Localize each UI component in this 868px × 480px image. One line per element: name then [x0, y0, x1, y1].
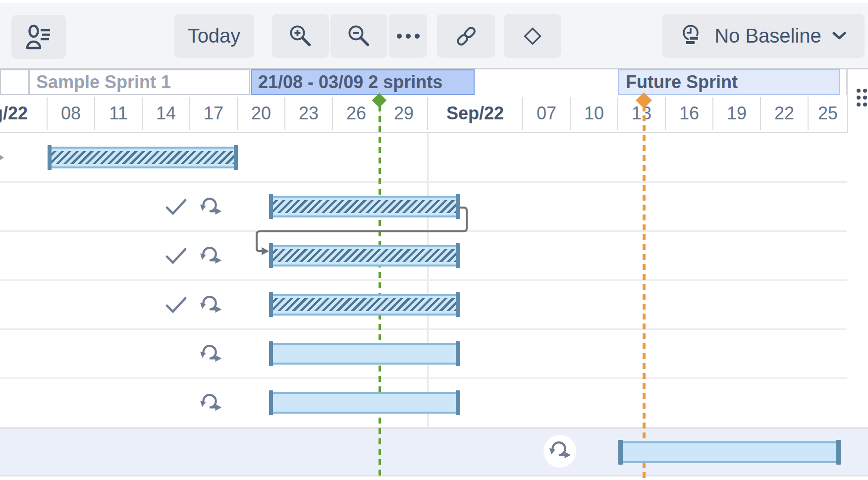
sprint-cell-active[interactable]: 21/08 - 03/09 2 sprints [251, 69, 475, 95]
today-button-label: Today [188, 25, 241, 47]
assignees-button[interactable] [11, 15, 66, 59]
task-bar[interactable] [269, 243, 460, 268]
timeline-tick: 26 [332, 97, 380, 130]
zoom-out-button[interactable] [330, 14, 387, 58]
progress-hatch [271, 298, 458, 311]
link-button[interactable] [437, 14, 495, 58]
timeline-date-row: Aug/22 08 11 14 17 20 23 26 29 Sep/22 07… [0, 95, 847, 132]
baseline-select[interactable]: No Baseline [662, 14, 865, 58]
sprint-icon [198, 295, 223, 317]
check-icon [165, 199, 187, 217]
ellipsis-icon [395, 31, 421, 41]
sprint-icon [547, 440, 572, 462]
sprint-cell-empty [0, 69, 29, 95]
active-sprint-label: 21/08 - 03/09 2 sprints [258, 72, 442, 93]
row-divider [0, 377, 847, 379]
person-list-icon [25, 24, 53, 50]
closed-sprint-label: Sample Sprint 1 [36, 72, 171, 93]
timeline-tick: 25 [808, 97, 847, 130]
more-button[interactable] [389, 14, 427, 58]
progress-hatch [50, 151, 236, 164]
gantt-app: Today [0, 0, 868, 480]
sprint-cell-future[interactable]: Future Sprint [618, 69, 840, 95]
check-icon [165, 248, 187, 267]
timeline-tick: Aug/22 [0, 97, 47, 130]
link-icon [454, 24, 479, 49]
sprint-icon [198, 246, 223, 267]
zoom-out-icon [347, 24, 371, 48]
sprint-icon [198, 393, 223, 415]
check-icon [165, 297, 187, 316]
timeline-tick: Sep/22 [427, 97, 522, 130]
sprint-icon [198, 197, 223, 218]
task-bar[interactable] [269, 390, 460, 415]
row-divider [0, 279, 847, 281]
toolbar: Today [0, 0, 868, 68]
timeline-tick: 23 [284, 97, 332, 130]
future-sprint-label: Future Sprint [626, 72, 738, 93]
timeline-tick: 17 [189, 97, 237, 130]
timeline-tick: 19 [712, 97, 760, 130]
zoom-in-icon [289, 24, 313, 48]
baseline-select-label: No Baseline [714, 25, 821, 47]
task-bar[interactable] [269, 341, 460, 366]
chevron-down-icon [832, 32, 846, 40]
sprint-cell-closed[interactable]: Sample Sprint 1 [29, 69, 250, 95]
task-bar[interactable] [269, 194, 460, 219]
drag-handle-icon[interactable] [855, 87, 868, 113]
sprint-icon [198, 344, 223, 366]
task-bar[interactable] [48, 145, 238, 170]
task-bar[interactable] [269, 292, 460, 317]
sprint-start-marker-line [643, 106, 646, 480]
zoom-in-button[interactable] [272, 14, 329, 58]
diamond-icon [520, 24, 545, 49]
timeline-tick: 29 [380, 97, 427, 130]
today-button[interactable]: Today [174, 14, 254, 58]
timeline-tick: 08 [47, 97, 94, 130]
timeline-tick: 11 [94, 97, 142, 130]
progress-hatch [271, 200, 458, 213]
timeline-tick: 22 [760, 97, 808, 130]
timeline-tick: 20 [237, 97, 284, 130]
baseline-icon [681, 24, 706, 49]
expand-chevron-icon[interactable] [0, 153, 5, 164]
milestone-button[interactable] [504, 14, 561, 58]
date-row-border [0, 132, 847, 133]
task-bar[interactable] [618, 440, 841, 465]
timeline-tick: 14 [142, 97, 189, 130]
row-divider [0, 181, 847, 183]
timeline-tick: 16 [665, 97, 712, 130]
timeline-tick: 07 [522, 97, 570, 130]
sprint-circle-button[interactable] [543, 435, 576, 468]
progress-hatch [271, 249, 458, 262]
row-divider [0, 328, 847, 330]
timeline-tick: 10 [570, 97, 617, 130]
